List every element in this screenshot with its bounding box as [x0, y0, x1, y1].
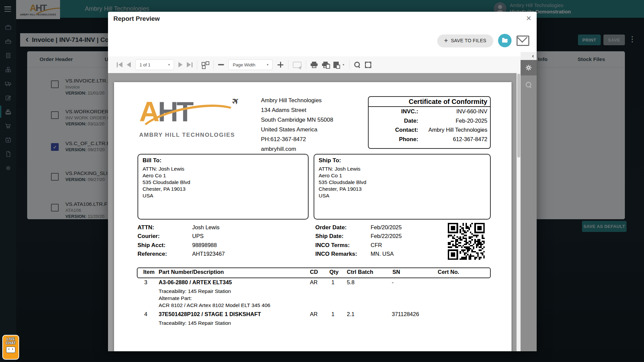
chat-robot-icon — [6, 347, 15, 353]
bill-to-box: Bill To: ATTN: Josh Lewis Aero Co 1 535 … — [138, 154, 309, 220]
cell-cd: AR — [310, 279, 318, 286]
col-sn: SN — [392, 269, 400, 275]
shipping-value: CFR — [371, 241, 382, 249]
col-qty: Qty — [329, 269, 339, 275]
company-city: South Cambridge MN 55008 — [261, 115, 333, 125]
plus-icon: + — [444, 37, 448, 44]
cell-subline: Traceability: 145 Repair Station — [159, 320, 231, 326]
shipping-field: ATTN: — [138, 224, 154, 231]
viewer-search-button[interactable] — [521, 75, 537, 94]
close-icon[interactable]: × — [526, 14, 531, 22]
fullscreen-button[interactable] — [365, 62, 371, 68]
shipping-field: Ship Date: — [315, 232, 343, 240]
shipping-value: 98898988 — [192, 241, 217, 249]
modal-title: Report Preview — [113, 15, 160, 22]
open-folder-button[interactable] — [498, 34, 512, 47]
document-logo: AHT ✈ AMBRY HILL TECHNOLOGIES — [139, 98, 240, 144]
cell-cd: AR — [310, 311, 318, 317]
modal-actions: + SAVE TO FILES — [437, 34, 529, 47]
cell-ctrl-batch: 2.1 — [347, 311, 355, 317]
pdf-viewer: AHT ✈ AMBRY HILL TECHNOLOGIES Ambry Hill… — [108, 73, 521, 351]
shipping-value: Josh Lewis — [192, 224, 220, 231]
viewer-side-panel: ‹ — [521, 52, 537, 351]
live-chat-button[interactable]: LIVE CHAT — [2, 335, 19, 360]
cell-subline: Traceability: 145 Repair Station — [159, 288, 231, 294]
company-name: Ambry Hill Technologies — [261, 96, 333, 105]
zoom-out-button[interactable] — [218, 64, 224, 65]
cell-part: 37E501428P102 / STAGE 1 DISKSHAFT — [159, 311, 261, 317]
cell-sn: 371128426 — [392, 311, 419, 317]
thumbnails-button[interactable] — [202, 61, 209, 68]
company-street: 134 Adams Street — [261, 105, 333, 115]
pdf-page: AHT ✈ AMBRY HILL TECHNOLOGIES Ambry Hill… — [114, 82, 512, 351]
save-to-files-button[interactable]: + SAVE TO FILES — [437, 35, 493, 47]
previous-page-button[interactable] — [127, 62, 131, 67]
col-ctrl-batch: Ctrl Batch — [347, 269, 373, 275]
cell-item: 4 — [144, 311, 147, 317]
shipping-field: INCO Remarks: — [315, 250, 357, 258]
col-cert-no: Cert No. — [438, 269, 459, 275]
shipping-value: Feb/22/2025 — [371, 232, 402, 240]
shipping-field: Reference: — [138, 250, 167, 258]
app-root: Ambry Hill Technologies Ambry Hill Techn… — [0, 0, 644, 362]
shipping-value: MN. USA — [371, 250, 394, 257]
shipping-field: Courier: — [138, 232, 160, 240]
company-info: Ambry Hill Technologies 134 Adams Street… — [261, 96, 333, 154]
shipping-value: AHT1923467 — [192, 250, 225, 257]
cell-part: A3-06-2880 / ARTEX ELT345 — [159, 279, 232, 286]
cell-subline: Alternate Part: — [159, 295, 192, 301]
certificate-title: Certificate of Conformity — [369, 97, 490, 107]
ship-to-box: Ship To: ATTN: Josh Lewis Aero Co 1 535 … — [314, 154, 491, 220]
folder-icon — [502, 39, 507, 43]
email-button[interactable] — [517, 36, 529, 46]
cell-qty: 1 — [331, 311, 334, 317]
cell-qty: 1 — [331, 279, 334, 286]
shipping-field: INCO Terms: — [315, 241, 350, 249]
collapse-panel-button[interactable]: ‹ — [521, 52, 537, 60]
export-button[interactable]: ▼ — [333, 62, 345, 68]
cell-item: 3 — [144, 279, 147, 286]
col-item: Item — [143, 269, 155, 275]
report-preview-modal: Report Preview × + SAVE TO FILES 1 of 1 … — [108, 12, 537, 351]
pdf-toolbar: 1 of 1 ▼ Page Width ▼ ▼ — [108, 56, 521, 73]
shipping-field: Order Date: — [315, 224, 347, 231]
shipping-value: UPS — [192, 232, 204, 240]
cell-sn: - — [392, 279, 394, 286]
caret-down-icon: ▼ — [266, 63, 269, 66]
col-part: Part Number/Description — [159, 269, 224, 275]
cell-ctrl-batch: 5.8 — [347, 279, 355, 286]
qr-code — [448, 223, 485, 260]
print-page-button[interactable] — [322, 62, 329, 68]
company-country: United States America — [261, 125, 333, 134]
chevron-left-icon: ‹ — [532, 53, 534, 59]
airplane-icon: ✈ — [230, 97, 240, 107]
first-page-button[interactable] — [117, 62, 122, 67]
print-document-button[interactable] — [311, 62, 318, 68]
certificate-box: Certificate of Conformity INVC.:INV-660-… — [368, 96, 491, 149]
company-phone: PH:612-367-8472 — [261, 134, 333, 144]
company-website: ambryhill.com — [261, 144, 333, 154]
viewer-settings-button[interactable] — [521, 60, 537, 75]
caret-down-icon: ▼ — [168, 63, 170, 66]
zoom-in-button[interactable] — [277, 61, 284, 68]
zoom-mode-select[interactable]: Page Width ▼ — [228, 59, 273, 70]
search-icon — [525, 81, 532, 88]
gear-icon — [525, 64, 532, 71]
page-select[interactable]: 1 of 1 ▼ — [135, 59, 174, 70]
shipping-field: Ship Acct: — [138, 241, 165, 249]
scrollbar-thumb[interactable] — [517, 74, 520, 158]
search-document-button[interactable] — [354, 61, 361, 68]
text-select-tool-button[interactable] — [293, 62, 302, 68]
cell-subline: ACR 8102 / ACR Artex 8102 Model ELT 345 … — [159, 302, 270, 308]
col-cd: CD — [310, 269, 318, 275]
last-page-button[interactable] — [187, 62, 193, 67]
shipping-value: Feb/20/2025 — [371, 224, 402, 231]
next-page-button[interactable] — [178, 62, 182, 67]
viewer-scrollbar[interactable] — [517, 73, 521, 351]
